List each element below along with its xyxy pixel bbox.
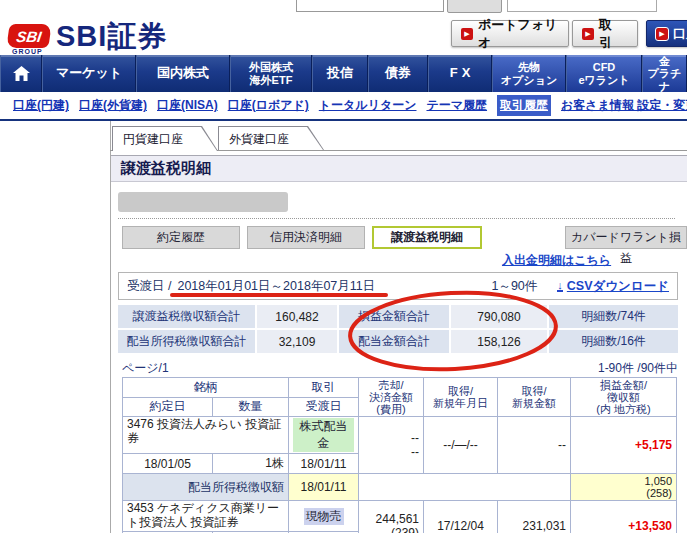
subnav-customer-settings[interactable]: お客さま情報 設定・変更	[561, 97, 687, 114]
subnav-theme-history[interactable]: テーマ履歴	[426, 97, 487, 114]
filter-label: 受渡日 /	[127, 278, 171, 295]
nav-funds[interactable]: 投信	[312, 55, 368, 92]
sub-nav: 口座(円建) 口座(外貨建) 口座(NISA) 口座(ロボアド) トータルリター…	[0, 92, 687, 121]
summary-table: 譲渡益税徴収額合計 160,482 損益金額合計 790,080 明細数/74件…	[118, 305, 678, 353]
capital-gains-tax-button-active[interactable]: 譲渡益税明細	[372, 226, 482, 249]
sell-amount: 244,561 (239)	[359, 501, 424, 533]
home-icon	[13, 66, 30, 81]
sbi-logo: SBI	[6, 24, 51, 48]
execution-date: 18/01/05	[123, 454, 213, 474]
nav-gold-platinum[interactable]: 金 プラチナ	[642, 55, 687, 92]
subnav-account-nisa[interactable]: 口座(NISA)	[157, 97, 218, 114]
redacted-user-info	[118, 192, 288, 212]
trade-type-cell: 現物売	[289, 501, 359, 532]
page-title: 譲渡益税明細	[111, 155, 687, 182]
acquisition-date: --/—/--	[424, 417, 498, 474]
sbi-group-label: GROUP	[12, 48, 43, 55]
execution-history-button[interactable]: 約定履歴	[122, 226, 240, 249]
summary-label: 配当所得税徴収額合計	[118, 330, 255, 353]
tab-foreign-account[interactable]: 外貨建口座	[218, 126, 324, 150]
tab-yen-account[interactable]: 円貨建口座	[112, 126, 218, 151]
download-icon: ↓	[557, 281, 563, 292]
subnav-account-yen[interactable]: 口座(円建)	[13, 97, 69, 114]
red-underline-annotation	[170, 293, 388, 297]
arrow-icon: ▶	[582, 28, 594, 40]
nav-futures-options[interactable]: 先物 オプション	[492, 55, 566, 92]
nav-fx[interactable]: FX	[428, 55, 492, 92]
page-indicator: ページ/1	[122, 360, 169, 377]
empty-cell	[359, 474, 571, 501]
trade-type-badge: 株式配当金	[293, 418, 354, 452]
quantity: 1株	[213, 454, 289, 474]
subnav-account-roboad[interactable]: 口座(ロボアド)	[228, 97, 309, 114]
subnav-trade-history[interactable]: 取引履歴	[497, 95, 551, 116]
sell-amount: -- --	[359, 417, 424, 474]
range-indicator: 1-90件 /90件中	[598, 360, 678, 377]
profit-loss-value: +5,175	[571, 417, 677, 474]
col-header-quantity: 数量	[213, 397, 289, 417]
nav-domestic-stock[interactable]: 国内株式	[136, 55, 230, 92]
account-button[interactable]: ▶ 口座	[646, 20, 687, 47]
tax-detail-table: 銘柄 取引 売却/ 決済金額 (費用) 取得/ 新規年月日 取得/ 新規金額 損…	[122, 377, 677, 533]
summary-label: 譲渡益税徴収額合計	[118, 305, 255, 328]
col-header-sell-amount: 売却/ 決済金額 (費用)	[359, 378, 424, 417]
portfolio-button-label: ポートフォリオ	[478, 16, 559, 52]
summary-label: 損益金額合計	[339, 305, 449, 328]
brand-title: SBI証券	[56, 17, 167, 57]
nav-foreign-stock-etf[interactable]: 外国株式 海外ETF	[230, 55, 312, 92]
portfolio-button[interactable]: ▶ ポートフォリオ	[451, 20, 569, 47]
summary-value: 32,109	[257, 330, 337, 353]
tab-foreign-account-label: 外貨建口座	[229, 131, 289, 148]
main-nav: マーケット 国内株式 外国株式 海外ETF 投信 債券 FX 先物 オプション …	[0, 55, 687, 92]
result-count: 1～90件	[491, 278, 537, 295]
sbi-logo-text: SBI	[15, 28, 42, 45]
header-search-input[interactable]	[296, 0, 444, 12]
nav-market[interactable]: マーケット	[42, 55, 136, 92]
sbi-securities-page: SBI GROUP SBI証券 ▶ ポートフォリオ ▶ 取 引 ▶ 口座 マーケ…	[0, 0, 687, 533]
subnav-total-return[interactable]: トータルリターン	[319, 97, 417, 114]
dividend-tax-label: 配当所得税徴収額	[123, 474, 289, 501]
tab-yen-account-label: 円貨建口座	[123, 131, 183, 148]
trade-type-cell: 株式配当金	[289, 417, 359, 454]
acquisition-date: 17/12/04	[424, 501, 498, 533]
arrow-icon: ▶	[656, 28, 668, 40]
settlement-date: 18/01/11	[289, 454, 359, 474]
col-header-trade: 取引	[289, 378, 359, 398]
security-name: 3453 ケネディクス商業リート投資法人 投資証券	[123, 501, 289, 532]
nav-cfd-warrant[interactable]: CFD eワラント	[566, 55, 642, 92]
summary-value: 790,080	[451, 305, 547, 328]
deposit-withdrawal-link[interactable]: 入出金明細はこちら	[502, 252, 611, 269]
col-header-acquisition-amount: 取得/ 新規金額	[498, 378, 571, 417]
dividend-tax-settlement-date: 18/01/11	[289, 474, 359, 501]
summary-value: 158,126	[451, 330, 547, 353]
trade-type-badge: 現物売	[304, 508, 344, 525]
col-header-execution-date: 約定日	[123, 397, 213, 417]
csv-download-link[interactable]: CSVダウンロード	[567, 278, 669, 295]
margin-settlement-button[interactable]: 信用決済明細	[247, 226, 365, 249]
nav-bonds[interactable]: 債券	[368, 55, 428, 92]
nav-home[interactable]	[0, 55, 42, 92]
summary-label: 配当金額合計	[339, 330, 449, 353]
header-search-button[interactable]	[447, 0, 502, 13]
acquisition-amount: --	[498, 417, 571, 474]
col-header-profit-loss: 損益金額/ 徴収額 (内 地方税)	[571, 378, 677, 417]
col-header-settlement-date: 受渡日	[289, 397, 359, 417]
summary-detail: 明細数/74件	[549, 305, 678, 328]
covered-warrant-button[interactable]: カバードワラント損益	[565, 226, 687, 249]
summary-detail: 明細数/16件	[549, 330, 678, 353]
col-header-security: 銘柄	[123, 378, 289, 398]
summary-value: 160,482	[257, 305, 337, 328]
account-button-label: 口座	[673, 25, 687, 43]
trade-button[interactable]: ▶ 取 引	[572, 20, 638, 47]
profit-loss-value: +13,530	[571, 501, 677, 533]
subnav-account-foreign[interactable]: 口座(外貨建)	[79, 97, 147, 114]
trade-button-label: 取 引	[599, 16, 628, 52]
acquisition-amount: 231,031	[498, 501, 571, 533]
header-secondary-input[interactable]	[507, 0, 657, 12]
security-name: 3476 投資法人みらい 投資証券	[123, 417, 289, 454]
content-left-border	[110, 121, 111, 533]
col-header-acquisition-date: 取得/ 新規年月日	[424, 378, 498, 417]
arrow-icon: ▶	[461, 28, 473, 40]
date-range: 2018年01月01日～2018年07月11日	[177, 278, 375, 295]
dividend-tax-amount: 1,050 (258)	[571, 474, 677, 501]
